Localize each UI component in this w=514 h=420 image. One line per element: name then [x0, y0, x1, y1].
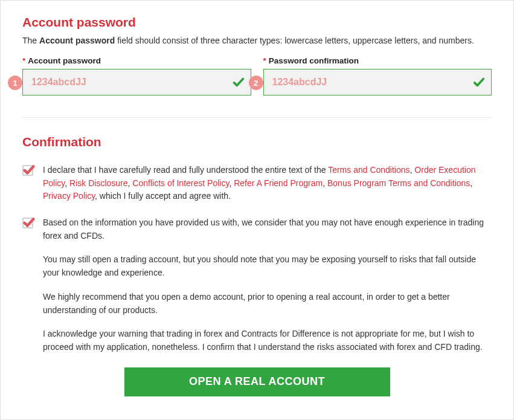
- privacy-policy-link[interactable]: Privacy Policy: [43, 191, 95, 201]
- account-password-label: *Account password: [22, 56, 251, 65]
- open-real-account-button[interactable]: OPEN A REAL ACCOUNT: [124, 367, 390, 396]
- declaration-text: I declare that I have carefully read and…: [43, 164, 492, 203]
- password-confirmation-label: *Password confirmation: [263, 56, 492, 65]
- checkmark-icon: [232, 76, 245, 89]
- risk-acknowledgement-checkbox[interactable]: [22, 218, 33, 228]
- risk-acknowledgement-row: Based on the information you have provid…: [22, 216, 492, 354]
- step-badge-1: 1: [8, 76, 22, 90]
- refer-a-friend-link[interactable]: Refer A Friend Program: [234, 178, 323, 188]
- bonus-program-terms-link[interactable]: Bonus Program Terms and Conditions: [327, 178, 470, 188]
- checkmark-icon: [472, 76, 486, 89]
- account-password-field: 1 *Account password: [22, 56, 251, 95]
- conflicts-of-interest-link[interactable]: Conflicts of Interest Policy: [132, 178, 229, 188]
- step-badge-2: 2: [249, 76, 263, 90]
- declaration-checkbox-row: I declare that I have carefully read and…: [22, 164, 492, 203]
- divider: [22, 117, 492, 118]
- confirmation-section-title: Confirmation: [22, 135, 492, 149]
- declaration-checkbox[interactable]: [22, 165, 33, 176]
- password-section-title: Account password: [22, 15, 492, 30]
- risk-acknowledgement-text: Based on the information you have provid…: [43, 216, 492, 354]
- account-password-input[interactable]: [22, 69, 251, 95]
- risk-disclosure-link[interactable]: Risk Disclosure: [69, 178, 127, 188]
- password-confirmation-field: 2 *Password confirmation: [263, 56, 492, 95]
- password-section-description: The Account password field should consis…: [22, 36, 492, 45]
- password-confirmation-input[interactable]: [263, 69, 492, 95]
- terms-and-conditions-link[interactable]: Terms and Conditions: [328, 165, 410, 175]
